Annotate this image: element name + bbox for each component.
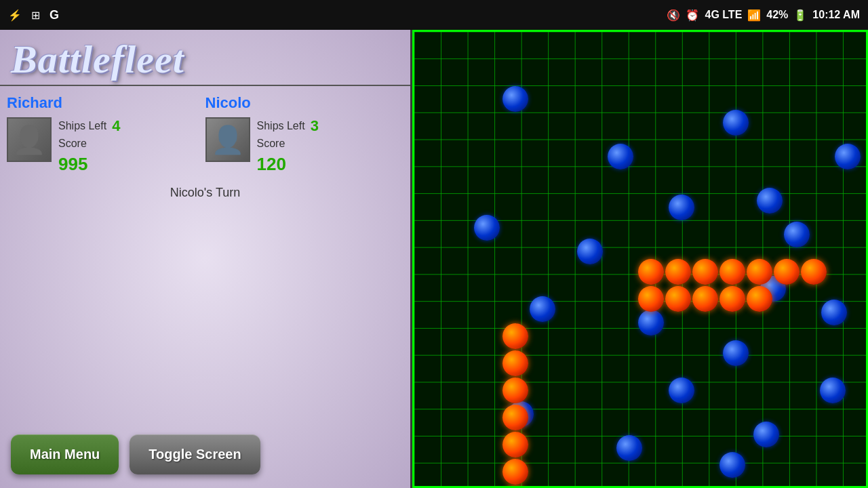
player1-avatar [7,117,52,162]
ship-segment-vertical [502,405,528,430]
missed-shot-dot [669,195,694,220]
ship-segment-horizontal [747,259,772,285]
player2-ships-value: 3 [311,117,319,135]
player2-section: Nicolo Ships Left 3 Score 120 [205,94,404,175]
ship-segment-horizontal [665,259,691,285]
player1-ships-label: Ships Left [58,120,106,132]
ship-segment-horizontal [719,286,745,312]
right-panel[interactable] [412,30,868,488]
missed-shot-dot [723,340,749,366]
left-panel: Battlefleet Richard Ships Left 4 [0,30,412,488]
missed-shot-dot [723,110,749,136]
missed-shot-dot [784,222,810,247]
battery-level: 42% [766,9,788,21]
ship-segment-horizontal [801,259,827,285]
signal-icon: 📶 [747,9,761,22]
missed-shot-dot [638,310,664,336]
game-grid-svg [414,32,866,486]
player2-score-row: Score [257,138,319,150]
ship-segment-horizontal [665,286,691,312]
missed-shot-dot [719,452,745,478]
missed-shot-dot [669,378,694,403]
player2-score-label: Score [257,138,304,150]
player1-score-value: 995 [58,154,120,175]
network-type: 4G LTE [705,9,742,21]
ship-segment-vertical [502,459,528,485]
ship-segment-horizontal [774,259,800,285]
usb-icon: ⚡ [8,9,22,22]
ship-segment-vertical [502,350,528,376]
main-content: Battlefleet Richard Ships Left 4 [0,30,868,488]
missed-shot-dot [502,86,528,112]
player2-stats: Ships Left 3 Score 120 [257,117,319,175]
player1-section: Richard Ships Left 4 Score 995 [7,94,205,175]
missed-shot-dot [474,215,500,241]
missed-shot-dot [821,300,847,325]
title-divider [0,85,410,86]
ship-segment-horizontal [638,259,664,285]
player1-avatar-img [8,119,50,161]
buttons-row: Main Menu Toggle Screen [11,434,260,474]
player2-score-value: 120 [257,154,319,175]
missed-shot-dot [616,435,642,461]
player2-avatar-img [207,119,249,161]
player1-ships-value: 4 [112,117,120,135]
ship-segment-vertical [502,432,528,458]
svg-rect-0 [414,32,866,486]
missed-shot-dot [820,378,846,403]
missed-shot-dot [753,422,779,447]
player1-score-label: Score [58,138,106,150]
g-icon: G [50,8,59,22]
player2-name: Nicolo [205,94,404,112]
player2-ships-label: Ships Left [257,120,305,132]
mute-icon: 🔇 [667,9,680,22]
ship-segment-horizontal [692,286,718,312]
missed-shot-dot [577,239,603,264]
player2-avatar [205,117,250,162]
player2-ships-row: Ships Left 3 [257,117,319,135]
toggle-screen-button[interactable]: Toggle Screen [130,434,260,474]
ship-segment-vertical [502,323,528,349]
ship-segment-horizontal [692,259,718,285]
main-menu-button[interactable]: Main Menu [11,434,119,474]
ship-segment-horizontal [747,286,772,312]
player1-stats: Ships Left 4 Score 995 [58,117,120,175]
missed-shot-dot [608,144,633,169]
players-row: Richard Ships Left 4 Score 995 [0,94,410,175]
ship-segment-horizontal [719,259,745,285]
alarm-icon: ⏰ [686,9,699,22]
player2-info: Ships Left 3 Score 120 [205,117,404,175]
turn-indicator: Nicolo's Turn [0,186,410,200]
missed-shot-dot [530,296,555,322]
player1-info: Ships Left 4 Score 995 [7,117,205,175]
game-title: Battlefleet [0,30,410,85]
player1-score-row: Score [58,138,120,150]
player1-name: Richard [7,94,205,112]
ship-segment-horizontal [638,286,664,312]
status-bar: ⚡ ⊞ G 🔇 ⏰ 4G LTE 📶 42% 🔋 10:12 AM [0,0,868,30]
grid-icon: ⊞ [31,9,40,22]
ship-segment-vertical [502,378,528,403]
player1-ships-row: Ships Left 4 [58,117,120,135]
missed-shot-dot [757,188,783,214]
clock: 10:12 AM [812,9,860,21]
battery-icon: 🔋 [793,9,807,22]
missed-shot-dot [835,144,861,169]
